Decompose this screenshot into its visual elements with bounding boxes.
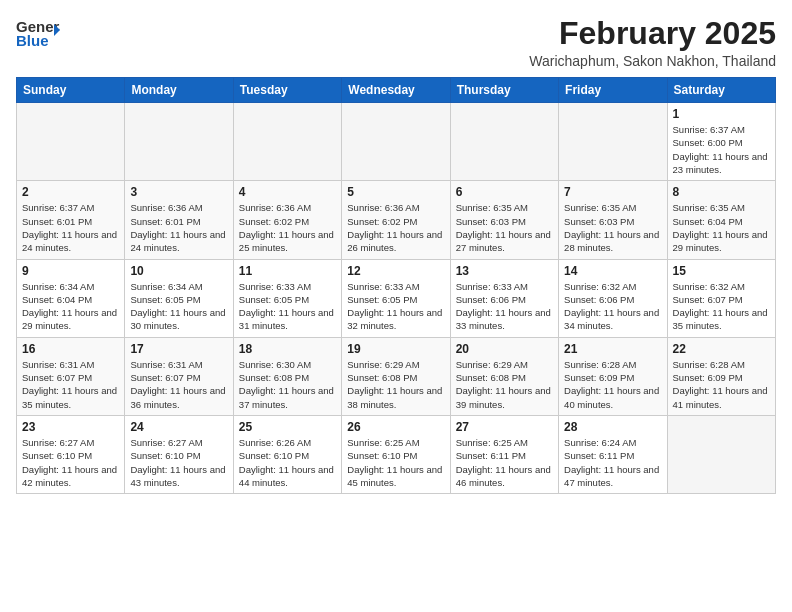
- day-number: 23: [22, 420, 119, 434]
- month-title: February 2025: [529, 16, 776, 51]
- day-number: 14: [564, 264, 661, 278]
- calendar-cell-w4-d2: 18Sunrise: 6:30 AM Sunset: 6:08 PM Dayli…: [233, 337, 341, 415]
- day-number: 13: [456, 264, 553, 278]
- day-info: Sunrise: 6:36 AM Sunset: 6:01 PM Dayligh…: [130, 201, 227, 254]
- day-info: Sunrise: 6:32 AM Sunset: 6:07 PM Dayligh…: [673, 280, 770, 333]
- day-info: Sunrise: 6:34 AM Sunset: 6:04 PM Dayligh…: [22, 280, 119, 333]
- day-number: 25: [239, 420, 336, 434]
- day-number: 19: [347, 342, 444, 356]
- day-info: Sunrise: 6:36 AM Sunset: 6:02 PM Dayligh…: [347, 201, 444, 254]
- day-info: Sunrise: 6:29 AM Sunset: 6:08 PM Dayligh…: [456, 358, 553, 411]
- day-number: 18: [239, 342, 336, 356]
- title-block: February 2025 Warichaphum, Sakon Nakhon,…: [529, 16, 776, 69]
- calendar-cell-w4-d1: 17Sunrise: 6:31 AM Sunset: 6:07 PM Dayli…: [125, 337, 233, 415]
- col-friday: Friday: [559, 78, 667, 103]
- day-number: 20: [456, 342, 553, 356]
- day-number: 1: [673, 107, 770, 121]
- day-info: Sunrise: 6:37 AM Sunset: 6:01 PM Dayligh…: [22, 201, 119, 254]
- day-info: Sunrise: 6:27 AM Sunset: 6:10 PM Dayligh…: [22, 436, 119, 489]
- col-tuesday: Tuesday: [233, 78, 341, 103]
- day-info: Sunrise: 6:33 AM Sunset: 6:05 PM Dayligh…: [239, 280, 336, 333]
- day-info: Sunrise: 6:32 AM Sunset: 6:06 PM Dayligh…: [564, 280, 661, 333]
- day-number: 28: [564, 420, 661, 434]
- day-info: Sunrise: 6:37 AM Sunset: 6:00 PM Dayligh…: [673, 123, 770, 176]
- calendar-cell-w5-d3: 26Sunrise: 6:25 AM Sunset: 6:10 PM Dayli…: [342, 415, 450, 493]
- calendar-cell-w5-d4: 27Sunrise: 6:25 AM Sunset: 6:11 PM Dayli…: [450, 415, 558, 493]
- day-number: 27: [456, 420, 553, 434]
- calendar-cell-w5-d1: 24Sunrise: 6:27 AM Sunset: 6:10 PM Dayli…: [125, 415, 233, 493]
- calendar-cell-w3-d3: 12Sunrise: 6:33 AM Sunset: 6:05 PM Dayli…: [342, 259, 450, 337]
- calendar-cell-w5-d0: 23Sunrise: 6:27 AM Sunset: 6:10 PM Dayli…: [17, 415, 125, 493]
- day-info: Sunrise: 6:26 AM Sunset: 6:10 PM Dayligh…: [239, 436, 336, 489]
- calendar-cell-w4-d6: 22Sunrise: 6:28 AM Sunset: 6:09 PM Dayli…: [667, 337, 775, 415]
- calendar-cell-w1-d3: [342, 103, 450, 181]
- day-info: Sunrise: 6:33 AM Sunset: 6:05 PM Dayligh…: [347, 280, 444, 333]
- day-info: Sunrise: 6:35 AM Sunset: 6:03 PM Dayligh…: [456, 201, 553, 254]
- calendar-cell-w3-d5: 14Sunrise: 6:32 AM Sunset: 6:06 PM Dayli…: [559, 259, 667, 337]
- day-info: Sunrise: 6:28 AM Sunset: 6:09 PM Dayligh…: [673, 358, 770, 411]
- day-number: 7: [564, 185, 661, 199]
- day-info: Sunrise: 6:34 AM Sunset: 6:05 PM Dayligh…: [130, 280, 227, 333]
- day-number: 9: [22, 264, 119, 278]
- day-info: Sunrise: 6:25 AM Sunset: 6:10 PM Dayligh…: [347, 436, 444, 489]
- day-number: 10: [130, 264, 227, 278]
- calendar-cell-w5-d2: 25Sunrise: 6:26 AM Sunset: 6:10 PM Dayli…: [233, 415, 341, 493]
- day-info: Sunrise: 6:35 AM Sunset: 6:04 PM Dayligh…: [673, 201, 770, 254]
- logo-icon: General Blue: [16, 16, 60, 52]
- calendar-cell-w1-d0: [17, 103, 125, 181]
- day-info: Sunrise: 6:24 AM Sunset: 6:11 PM Dayligh…: [564, 436, 661, 489]
- calendar-cell-w3-d4: 13Sunrise: 6:33 AM Sunset: 6:06 PM Dayli…: [450, 259, 558, 337]
- calendar-cell-w5-d5: 28Sunrise: 6:24 AM Sunset: 6:11 PM Dayli…: [559, 415, 667, 493]
- calendar-week-1: 1Sunrise: 6:37 AM Sunset: 6:00 PM Daylig…: [17, 103, 776, 181]
- day-number: 17: [130, 342, 227, 356]
- col-saturday: Saturday: [667, 78, 775, 103]
- calendar-cell-w1-d5: [559, 103, 667, 181]
- calendar-cell-w4-d5: 21Sunrise: 6:28 AM Sunset: 6:09 PM Dayli…: [559, 337, 667, 415]
- calendar-cell-w1-d4: [450, 103, 558, 181]
- col-sunday: Sunday: [17, 78, 125, 103]
- day-info: Sunrise: 6:31 AM Sunset: 6:07 PM Dayligh…: [22, 358, 119, 411]
- day-info: Sunrise: 6:35 AM Sunset: 6:03 PM Dayligh…: [564, 201, 661, 254]
- calendar-week-3: 9Sunrise: 6:34 AM Sunset: 6:04 PM Daylig…: [17, 259, 776, 337]
- calendar-header-row: Sunday Monday Tuesday Wednesday Thursday…: [17, 78, 776, 103]
- calendar-week-2: 2Sunrise: 6:37 AM Sunset: 6:01 PM Daylig…: [17, 181, 776, 259]
- day-info: Sunrise: 6:36 AM Sunset: 6:02 PM Dayligh…: [239, 201, 336, 254]
- col-monday: Monday: [125, 78, 233, 103]
- day-number: 2: [22, 185, 119, 199]
- calendar-week-4: 16Sunrise: 6:31 AM Sunset: 6:07 PM Dayli…: [17, 337, 776, 415]
- calendar-cell-w1-d2: [233, 103, 341, 181]
- day-number: 24: [130, 420, 227, 434]
- calendar-cell-w2-d5: 7Sunrise: 6:35 AM Sunset: 6:03 PM Daylig…: [559, 181, 667, 259]
- day-info: Sunrise: 6:27 AM Sunset: 6:10 PM Dayligh…: [130, 436, 227, 489]
- day-number: 6: [456, 185, 553, 199]
- day-number: 22: [673, 342, 770, 356]
- calendar-cell-w2-d2: 4Sunrise: 6:36 AM Sunset: 6:02 PM Daylig…: [233, 181, 341, 259]
- calendar-cell-w4-d4: 20Sunrise: 6:29 AM Sunset: 6:08 PM Dayli…: [450, 337, 558, 415]
- svg-text:Blue: Blue: [16, 32, 49, 49]
- calendar-table: Sunday Monday Tuesday Wednesday Thursday…: [16, 77, 776, 494]
- day-number: 4: [239, 185, 336, 199]
- day-number: 16: [22, 342, 119, 356]
- day-number: 8: [673, 185, 770, 199]
- day-number: 3: [130, 185, 227, 199]
- calendar-cell-w2-d3: 5Sunrise: 6:36 AM Sunset: 6:02 PM Daylig…: [342, 181, 450, 259]
- day-number: 11: [239, 264, 336, 278]
- location-title: Warichaphum, Sakon Nakhon, Thailand: [529, 53, 776, 69]
- col-wednesday: Wednesday: [342, 78, 450, 103]
- calendar-cell-w3-d0: 9Sunrise: 6:34 AM Sunset: 6:04 PM Daylig…: [17, 259, 125, 337]
- day-number: 26: [347, 420, 444, 434]
- logo: General Blue: [16, 16, 60, 52]
- page-header: General Blue February 2025 Warichaphum, …: [16, 16, 776, 69]
- day-number: 12: [347, 264, 444, 278]
- calendar-cell-w2-d1: 3Sunrise: 6:36 AM Sunset: 6:01 PM Daylig…: [125, 181, 233, 259]
- day-info: Sunrise: 6:28 AM Sunset: 6:09 PM Dayligh…: [564, 358, 661, 411]
- day-number: 5: [347, 185, 444, 199]
- day-info: Sunrise: 6:29 AM Sunset: 6:08 PM Dayligh…: [347, 358, 444, 411]
- calendar-cell-w3-d1: 10Sunrise: 6:34 AM Sunset: 6:05 PM Dayli…: [125, 259, 233, 337]
- calendar-cell-w4-d0: 16Sunrise: 6:31 AM Sunset: 6:07 PM Dayli…: [17, 337, 125, 415]
- calendar-week-5: 23Sunrise: 6:27 AM Sunset: 6:10 PM Dayli…: [17, 415, 776, 493]
- calendar-cell-w3-d2: 11Sunrise: 6:33 AM Sunset: 6:05 PM Dayli…: [233, 259, 341, 337]
- calendar-cell-w2-d6: 8Sunrise: 6:35 AM Sunset: 6:04 PM Daylig…: [667, 181, 775, 259]
- day-number: 21: [564, 342, 661, 356]
- calendar-cell-w2-d0: 2Sunrise: 6:37 AM Sunset: 6:01 PM Daylig…: [17, 181, 125, 259]
